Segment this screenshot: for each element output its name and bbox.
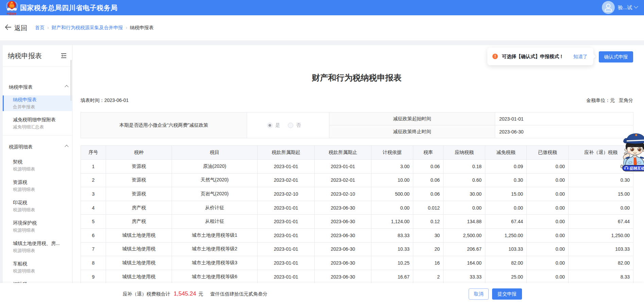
svg-text:征纳互动: 征纳互动 [629, 166, 644, 170]
svg-text:中国税务: 中国税务 [7, 12, 17, 15]
